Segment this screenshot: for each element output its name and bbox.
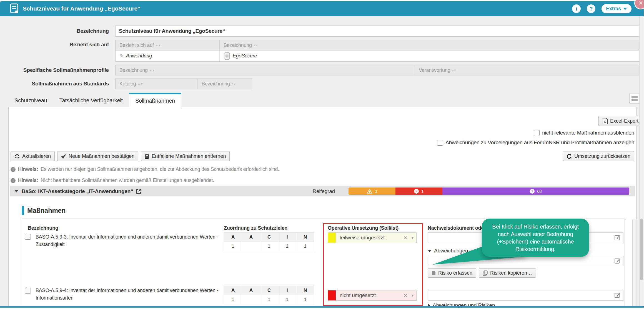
reset-implementation-button[interactable]: Umsetzung zurücksetzen	[563, 151, 634, 161]
info-icon: i	[11, 178, 16, 183]
excel-icon: x	[602, 118, 608, 124]
reifegrad-segment-error[interactable]: ✕ 1	[395, 188, 442, 195]
application-icon	[224, 52, 230, 60]
sort-icon[interactable]: ▲▼	[138, 82, 143, 85]
reifegrad-label: Reifegrad	[312, 188, 335, 194]
svg-text:x: x	[604, 120, 606, 123]
column-header[interactable]: Katalog▲▼	[116, 79, 198, 89]
edit-icon[interactable]	[614, 292, 621, 299]
edit-icon[interactable]	[614, 234, 621, 241]
column-header[interactable]: Bezeichnung∧∨	[198, 79, 252, 89]
info-icon[interactable]: i	[572, 4, 581, 13]
column-header[interactable]: Bezeichnung▲▼	[116, 65, 415, 75]
hint-2: i Hinweis:Nicht bearbeitbare Sollmaßnahm…	[11, 178, 214, 183]
section-accent-bar	[22, 206, 24, 215]
list-view-button[interactable]	[629, 93, 640, 104]
standards-table-header: Katalog▲▼ Bezeichnung∧∨	[115, 78, 252, 89]
measure-title: BASO-A.5.9-3: Inventar der Informationen…	[36, 233, 222, 248]
tab-schutzniveau[interactable]: Schutzniveau	[8, 93, 53, 107]
risiken-kopieren-button[interactable]: Risiken kopieren…	[479, 268, 536, 278]
bezieht-table-header: Bezieht sich auf▲▼ Bezeichnung∧∨	[115, 40, 639, 50]
page-title: Schutzniveau für Anwendung „EgoSecure“	[23, 5, 140, 12]
copy-icon	[483, 270, 488, 276]
risiko-erfassen-button[interactable]: Risiko erfassen	[428, 268, 476, 278]
row-checkbox[interactable]	[25, 234, 31, 240]
hide-irrelevant-label: nicht relevante Maßnahmen ausblenden	[542, 130, 634, 136]
standards-label: Sollmaßnahmen aus Standards	[9, 81, 109, 87]
bezeichnung-label: Bezeichnung	[9, 28, 109, 34]
col-header-umsetzung: Operative Umsetzung (Soll/Ist)	[328, 225, 399, 231]
abweichung-input[interactable]	[428, 256, 623, 266]
show-deviations-label: Abweichungen zu Vorbelegungen aus ForumN…	[445, 140, 634, 146]
confirm-new-measures-button[interactable]: Neue Maßnahmen bestätigen	[57, 151, 138, 161]
col-header-zuordnung: Zuordnung zu Schutzzielen	[224, 225, 287, 231]
sort-icon[interactable]: ▲▼	[149, 69, 155, 72]
chevron-down-icon[interactable]: ▾	[412, 293, 414, 298]
clear-icon[interactable]: ×	[404, 235, 407, 241]
chevron-down-icon	[623, 8, 627, 10]
goals-table: AACIN 1111	[224, 232, 314, 251]
reifegrad-segment-open[interactable]: ? 68	[442, 188, 629, 195]
column-header[interactable]: Bezeichnung∧∨	[220, 40, 639, 50]
app-window: Schutzniveau für Anwendung „EgoSecure“ i…	[0, 0, 644, 309]
document-icon	[10, 3, 19, 14]
hint-1: i Hinweis:Es werden nur diejenigen Sollm…	[11, 166, 279, 172]
tab-sollmassnahmen[interactable]: Sollmaßnahmen	[129, 93, 181, 107]
reset-icon	[567, 154, 572, 159]
help-icon[interactable]: ?	[587, 4, 595, 13]
info-icon: i	[11, 167, 16, 172]
collapse-icon[interactable]	[14, 190, 18, 193]
accordion-title: BaSo: IKT-Assetkategorie „IT-Anwendungen…	[22, 188, 133, 194]
show-deviations-checkbox[interactable]	[437, 140, 443, 146]
external-link-icon[interactable]	[136, 188, 142, 194]
inner-scrollbar-track[interactable]	[632, 219, 637, 307]
column-header[interactable]: Bezieht sich auf▲▼	[116, 40, 220, 50]
tab-tatsaechliche-verfuegbarkeit[interactable]: Tatsächliche Verfügbarkeit	[53, 93, 129, 107]
clear-icon[interactable]: ×	[404, 292, 407, 299]
chevron-down-icon[interactable]: ▾	[412, 235, 414, 240]
remove-dropped-measures-button[interactable]: Entfallene Maßnahmen entfernen	[141, 151, 230, 161]
scrollbar-thumb[interactable]	[640, 219, 643, 280]
status-dropdown[interactable]: nicht umgesetzt × ▾	[328, 290, 417, 301]
col-header-bezeichnung: Bezeichnung	[28, 225, 58, 231]
collapse-icon	[428, 250, 432, 252]
refresh-icon	[14, 154, 20, 159]
hide-irrelevant-checkbox[interactable]	[534, 130, 540, 136]
sort-icon[interactable]: ∧∨	[254, 44, 258, 47]
row-checkbox[interactable]	[25, 288, 31, 294]
goals-table: AACIN 1111	[224, 286, 314, 304]
pencil-icon: ✎	[119, 53, 124, 59]
question-circle-icon: ?	[530, 189, 535, 194]
reifegrad-bar: 3 ✕ 1 ? 68	[349, 188, 629, 195]
check-icon	[61, 154, 66, 158]
nachweis-input[interactable]	[428, 290, 623, 301]
extras-label: Extras	[606, 6, 621, 12]
column-header[interactable]: Verantwortung∧∨	[415, 65, 639, 75]
profile-table-header: Bezeichnung▲▼ Verantwortung∧∨	[115, 65, 639, 75]
baso-accordion-header[interactable]: BaSo: IKT-Assetkategorie „IT-Anwendungen…	[10, 186, 635, 196]
extras-button[interactable]: Extras	[602, 4, 632, 13]
window-bottom-border	[0, 306, 644, 308]
measure-title: BASO-A.5.9-4: Inventar der Informationen…	[36, 287, 222, 302]
scrollbar-track[interactable]	[639, 16, 643, 307]
sort-icon[interactable]: ∧∨	[232, 82, 236, 85]
edit-icon[interactable]	[614, 258, 621, 264]
sort-icon[interactable]: ∧∨	[452, 69, 456, 72]
warning-triangle-icon	[367, 189, 372, 194]
bezeichnung-input[interactable]: Schutzniveau für Anwendung „EgoSecure“	[115, 26, 639, 37]
refresh-button[interactable]: Aktualisieren	[11, 151, 55, 161]
status-color-swatch	[328, 233, 336, 243]
section-title: Maßnahmen	[27, 207, 66, 214]
excel-export-button[interactable]: x Excel-Export	[598, 116, 642, 126]
sort-icon[interactable]: ▲▼	[156, 44, 161, 47]
bezieht-table-row[interactable]: ✎ Anwendung EgoSecure	[115, 50, 639, 62]
sollmassnahmenprofile-label: Spezifische Sollmaßnahmenprofile	[9, 67, 109, 73]
relation-type: Anwendung	[126, 53, 152, 59]
status-color-swatch	[328, 290, 336, 300]
document-icon	[432, 270, 436, 275]
status-dropdown[interactable]: teilweise umgesetzt × ▾	[328, 232, 417, 243]
trash-icon	[145, 154, 149, 159]
bezieht-sich-auf-label: Bezieht sich auf	[9, 42, 109, 48]
reifegrad-segment-warning[interactable]: 3	[349, 188, 395, 195]
x-circle-icon: ✕	[414, 189, 419, 194]
